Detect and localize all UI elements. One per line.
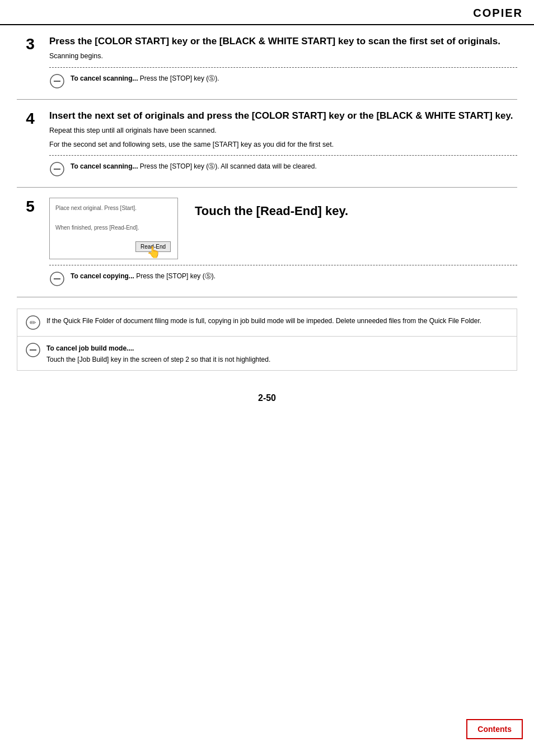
- step-4-block: 4 Insert the next set of originals and p…: [17, 100, 517, 188]
- step-3-divider: [49, 67, 517, 68]
- step-5-number: 5: [26, 199, 35, 214]
- step-5-cancel-text: To cancel copying... Press the [STOP] ke…: [71, 271, 216, 281]
- note-2-detail: Touch the [Job Build] key in the screen …: [46, 356, 270, 363]
- note-row-1: ✏ If the Quick File Folder of document f…: [17, 309, 517, 337]
- stop-icon-4: [49, 161, 65, 177]
- pencil-icon: ✏: [25, 315, 41, 330]
- step-3-desc: Scanning begins.: [49, 51, 517, 62]
- step-5-divider: [49, 265, 517, 265]
- step-5-cancel-detail: Press the [STOP] key (Ⓢ).: [136, 272, 216, 280]
- step-3-content: Press the [COLOR START] key or the [BLAC…: [44, 35, 517, 89]
- step-4-cancel-text: To cancel scanning... Press the [STOP] k…: [71, 161, 317, 171]
- page-footer: 2-50: [0, 382, 534, 409]
- step-4-cancel-detail: Press the [STOP] key (Ⓢ). All scanned da…: [140, 162, 317, 170]
- note-1-text: If the Quick File Folder of document fil…: [46, 315, 481, 326]
- step-4-number: 4: [26, 111, 35, 127]
- step-3-heading: Press the [COLOR START] key or the [BLAC…: [49, 35, 517, 48]
- stop-icon-3: [49, 73, 65, 89]
- step-5-inner: Place next original. Press [Start]. When…: [49, 198, 517, 259]
- step-4-number-col: 4: [17, 110, 44, 178]
- stop-icon-note: [25, 342, 41, 358]
- screen-mockup-text-1: Place next original. Press [Start].: [55, 204, 172, 212]
- step-3-cancel-text: To cancel scanning... Press the [STOP] k…: [71, 73, 219, 83]
- main-content: 3 Press the [COLOR START] key or the [BL…: [0, 25, 534, 371]
- step-3-number-col: 3: [17, 35, 44, 89]
- svg-text:✏: ✏: [30, 318, 36, 327]
- step-5-block: 5 Place next original. Press [Start]. Wh…: [17, 188, 517, 297]
- screen-mockup-text-2: When finished, press [Read-End].: [55, 223, 172, 232]
- stop-icon-5: [49, 271, 65, 287]
- page-title: COPIER: [473, 7, 523, 20]
- step-5-content: Place next original. Press [Start]. When…: [44, 198, 517, 287]
- step-4-divider: [49, 155, 517, 156]
- step-5-touch-heading: Touch the [Read-End] key.: [195, 198, 348, 220]
- note-row-2: To cancel job build mode.... Touch the […: [17, 337, 517, 370]
- step-4-content: Insert the next set of originals and pre…: [44, 110, 517, 178]
- notes-section: ✏ If the Quick File Folder of document f…: [17, 309, 517, 371]
- page-number: 2-50: [258, 393, 276, 403]
- screen-mockup: Place next original. Press [Start]. When…: [49, 198, 178, 259]
- step-4-cancel-label: To cancel scanning...: [71, 162, 138, 170]
- note-2-text: To cancel job build mode.... Touch the […: [46, 342, 270, 365]
- step-3-cancel-note: To cancel scanning... Press the [STOP] k…: [49, 73, 517, 89]
- step-4-desc-2: For the second set and following sets, u…: [49, 139, 517, 150]
- hand-cursor-icon: 👆: [147, 245, 161, 259]
- step-5-cancel-label: To cancel copying...: [71, 272, 134, 280]
- step-5-cancel-note: To cancel copying... Press the [STOP] ke…: [49, 271, 517, 287]
- note-2-bold: To cancel job build mode....: [46, 343, 270, 353]
- page-header: COPIER: [0, 0, 534, 25]
- step-3-cancel-detail: Press the [STOP] key (Ⓢ).: [140, 74, 219, 82]
- step-4-heading: Insert the next set of originals and pre…: [49, 110, 517, 122]
- step-4-desc-1: Repeat this step until all originals hav…: [49, 125, 517, 136]
- step-5-number-col: 5: [17, 198, 44, 287]
- step-3-number: 3: [26, 36, 35, 52]
- step-3-block: 3 Press the [COLOR START] key or the [BL…: [17, 25, 517, 100]
- step-3-cancel-label: To cancel scanning...: [71, 74, 138, 82]
- contents-button[interactable]: Contents: [466, 719, 523, 739]
- step-4-cancel-note: To cancel scanning... Press the [STOP] k…: [49, 161, 517, 177]
